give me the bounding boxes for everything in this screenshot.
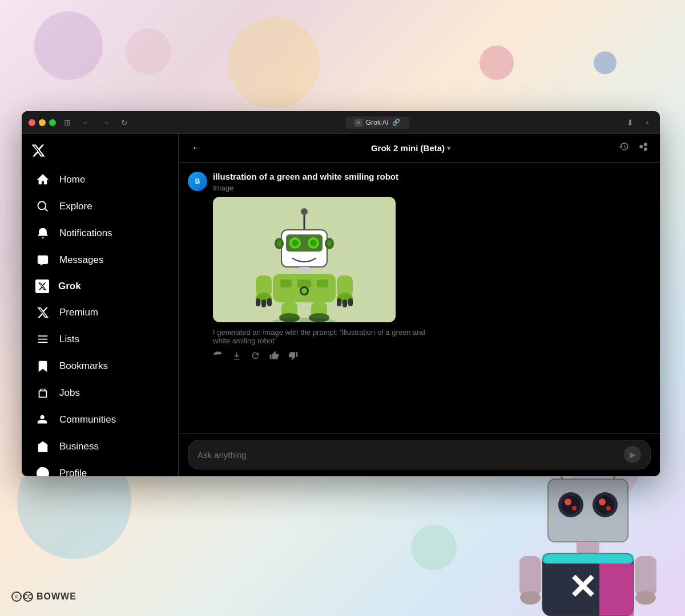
reload-button[interactable]: ↻ bbox=[118, 117, 131, 128]
tab-favicon: G bbox=[354, 119, 362, 127]
bg-circle bbox=[228, 17, 320, 108]
new-tab-button[interactable]: + bbox=[642, 117, 653, 128]
sidebar-item-bookmarks[interactable]: Bookmarks bbox=[26, 353, 174, 379]
sidebar-item-home[interactable]: Home bbox=[26, 167, 174, 193]
refresh-action-button[interactable] bbox=[251, 351, 260, 363]
sidebar-item-notifications[interactable]: Notifications bbox=[26, 220, 174, 246]
notifications-icon bbox=[35, 226, 50, 241]
svg-rect-27 bbox=[337, 298, 341, 306]
bg-circle bbox=[126, 29, 171, 74]
main-content: ← Grok 2 mini (Beta) ▾ bbox=[179, 134, 660, 476]
browser-body: Home Explore bbox=[22, 134, 660, 476]
back-button[interactable]: ← bbox=[79, 117, 94, 128]
traffic-lights bbox=[29, 119, 56, 126]
thumbs-down-button[interactable] bbox=[288, 351, 298, 363]
sidebar-item-home-label: Home bbox=[59, 174, 85, 185]
tab-title: Grok AI bbox=[366, 119, 389, 127]
ask-anything-input[interactable] bbox=[198, 450, 619, 460]
bookmarks-icon bbox=[35, 359, 50, 374]
sidebar-toggle-button[interactable]: ⊞ bbox=[61, 117, 74, 128]
grok-model-name: Grok 2 mini (Beta) bbox=[371, 143, 445, 153]
x-logo[interactable] bbox=[22, 139, 178, 166]
business-icon bbox=[35, 439, 50, 454]
sidebar-item-explore-label: Explore bbox=[59, 201, 92, 212]
sidebar-item-grok-label: Grok bbox=[58, 281, 81, 292]
svg-rect-16 bbox=[297, 279, 311, 287]
bowwe-text: BOWWE bbox=[37, 591, 76, 602]
sidebar-item-lists[interactable]: Lists bbox=[26, 326, 174, 352]
grok-icon bbox=[35, 279, 49, 293]
profile-icon bbox=[35, 466, 50, 476]
active-tab[interactable]: G Grok AI 🔗 bbox=[345, 116, 409, 129]
robot-illustration bbox=[213, 197, 396, 322]
chat-area: B illustration of a green and white smil… bbox=[179, 163, 660, 433]
svg-point-2 bbox=[301, 208, 308, 215]
sidebar-item-business[interactable]: Business bbox=[26, 433, 174, 460]
explore-icon bbox=[35, 199, 50, 214]
sidebar-item-profile[interactable]: Profile bbox=[26, 460, 174, 476]
sidebar-item-notifications-label: Notifications bbox=[59, 228, 112, 239]
sidebar-nav: Home Explore bbox=[22, 166, 178, 476]
thumbs-up-button[interactable] bbox=[269, 351, 279, 363]
creative-commons-icon: CC bbox=[23, 591, 33, 602]
svg-point-7 bbox=[292, 240, 299, 246]
sidebar-item-communities-label: Communities bbox=[59, 414, 116, 425]
grok-header: ← Grok 2 mini (Beta) ▾ bbox=[179, 134, 660, 163]
messages-icon bbox=[35, 253, 50, 268]
message-avatar: B bbox=[188, 172, 207, 191]
sidebar-item-lists-label: Lists bbox=[59, 334, 79, 345]
svg-point-10 bbox=[277, 240, 281, 247]
bg-circle bbox=[480, 46, 514, 80]
home-icon bbox=[35, 172, 50, 187]
generated-image bbox=[213, 197, 396, 322]
chevron-down-icon: ▾ bbox=[447, 144, 450, 152]
sidebar-item-messages[interactable]: Messages bbox=[26, 247, 174, 273]
sidebar-item-jobs[interactable]: Jobs bbox=[26, 380, 174, 406]
svg-rect-28 bbox=[342, 299, 347, 307]
share-icon[interactable] bbox=[636, 139, 651, 157]
download-action-button[interactable] bbox=[232, 351, 241, 363]
share-action-button[interactable] bbox=[213, 351, 223, 363]
svg-rect-22 bbox=[256, 298, 260, 306]
copyright-icon: © bbox=[11, 591, 22, 602]
lists-icon bbox=[35, 332, 50, 347]
close-traffic-light[interactable] bbox=[29, 119, 35, 126]
input-area: ▶ bbox=[179, 433, 660, 476]
send-button[interactable]: ▶ bbox=[624, 446, 641, 463]
svg-rect-15 bbox=[280, 279, 292, 287]
sidebar-item-business-label: Business bbox=[59, 441, 99, 452]
input-box: ▶ bbox=[188, 440, 651, 469]
svg-point-12 bbox=[327, 240, 332, 247]
download-button[interactable]: ⬇ bbox=[623, 117, 637, 128]
sidebar-item-messages-label: Messages bbox=[59, 254, 103, 266]
sidebar-item-bookmarks-label: Bookmarks bbox=[59, 360, 108, 372]
svg-rect-17 bbox=[317, 279, 328, 287]
bowwe-copyright-icons: © CC bbox=[11, 591, 33, 602]
message-row: B illustration of a green and white smil… bbox=[188, 172, 651, 363]
message-content: illustration of a green and white smilin… bbox=[213, 172, 651, 363]
sidebar-item-premium[interactable]: Premium bbox=[26, 299, 174, 326]
svg-point-8 bbox=[310, 240, 317, 246]
sidebar-item-grok[interactable]: Grok bbox=[26, 274, 174, 299]
forward-button[interactable]: → bbox=[98, 117, 113, 128]
browser-window: ⊞ ← → ↻ G Grok AI 🔗 ⬇ + bbox=[22, 111, 660, 476]
message-caption: I generated an image with the prompt: 'I… bbox=[213, 328, 430, 345]
svg-point-19 bbox=[301, 288, 307, 294]
svg-rect-24 bbox=[267, 298, 272, 306]
browser-right-controls: ⬇ + bbox=[623, 117, 653, 128]
history-icon[interactable] bbox=[616, 139, 631, 157]
communities-icon bbox=[35, 412, 50, 427]
back-button[interactable]: ← bbox=[188, 139, 205, 157]
sidebar-item-profile-label: Profile bbox=[59, 468, 87, 476]
minimize-traffic-light[interactable] bbox=[39, 119, 46, 126]
sidebar-item-communities[interactable]: Communities bbox=[26, 407, 174, 433]
message-actions bbox=[213, 351, 651, 363]
grok-title[interactable]: Grok 2 mini (Beta) ▾ bbox=[371, 143, 450, 153]
bg-circle bbox=[411, 525, 457, 570]
svg-rect-23 bbox=[261, 299, 266, 307]
bowwe-logo: © CC BOWWE bbox=[11, 591, 76, 602]
maximize-traffic-light[interactable] bbox=[49, 119, 56, 126]
message-type-label: Image bbox=[213, 184, 651, 192]
message-prompt: illustration of a green and white smilin… bbox=[213, 172, 651, 181]
sidebar-item-explore[interactable]: Explore bbox=[26, 193, 174, 220]
